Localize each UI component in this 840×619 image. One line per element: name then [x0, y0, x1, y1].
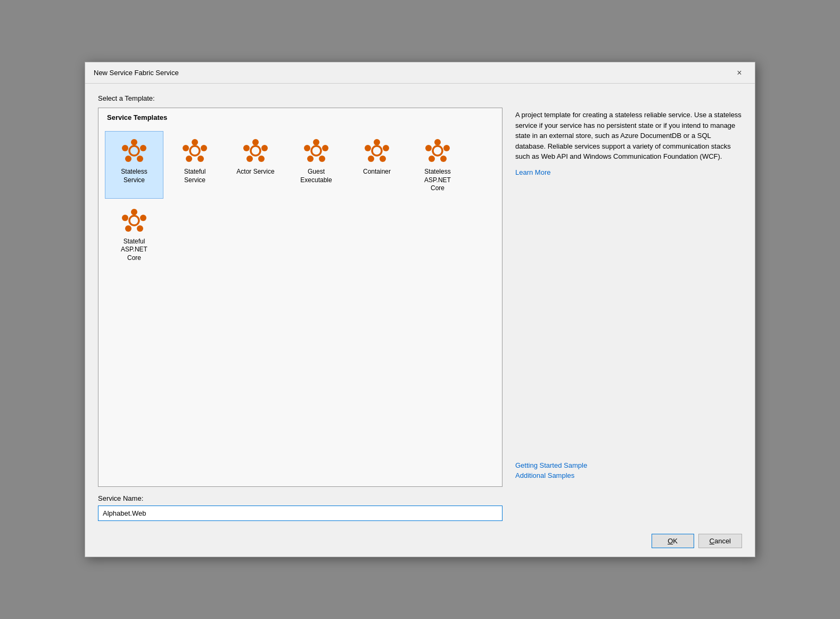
template-item-actor-service[interactable]: Actor Service: [226, 131, 285, 199]
button-row: OK Cancel: [98, 530, 742, 548]
title-bar: New Service Fabric Service ×: [85, 62, 755, 84]
template-item-stateless-aspnet-core[interactable]: StatelessASP.NETCore: [408, 131, 467, 199]
dialog-body: Select a Template: Service Templates: [85, 84, 755, 557]
stateful-service-icon: [181, 137, 209, 165]
svg-point-36: [131, 209, 137, 215]
svg-point-21: [307, 156, 314, 162]
svg-point-3: [125, 156, 131, 162]
close-button[interactable]: ×: [732, 66, 746, 80]
svg-point-22: [304, 145, 310, 151]
actor-service-icon: [242, 137, 269, 165]
template-panel: Service Templates: [98, 108, 503, 487]
service-name-label: Service Name:: [98, 494, 742, 502]
getting-started-link[interactable]: Getting Started Sample: [515, 461, 742, 469]
svg-point-27: [368, 156, 374, 162]
template-item-stateful-service[interactable]: StatefulService: [166, 131, 224, 199]
svg-point-8: [197, 156, 204, 162]
svg-point-41: [129, 216, 139, 225]
additional-samples-link[interactable]: Additional Samples: [515, 471, 742, 479]
info-panel: A project template for creating a statel…: [513, 108, 742, 487]
svg-point-18: [313, 139, 319, 145]
svg-point-25: [383, 145, 389, 151]
svg-point-15: [246, 156, 253, 162]
svg-point-19: [322, 145, 328, 151]
cancel-button[interactable]: Cancel: [698, 534, 742, 548]
svg-point-9: [186, 156, 192, 162]
dialog-title: New Service Fabric Service: [94, 69, 179, 77]
svg-point-30: [434, 139, 441, 145]
info-bottom-links: Getting Started Sample Additional Sample…: [515, 461, 742, 487]
stateless-aspnet-core-icon: [424, 137, 451, 165]
learn-more-link[interactable]: Learn More: [515, 168, 742, 176]
guest-executable-label: GuestExecutable: [300, 168, 332, 184]
container-label: Container: [363, 168, 391, 176]
actor-service-label: Actor Service: [236, 168, 274, 176]
select-template-label: Select a Template:: [98, 94, 742, 102]
stateful-aspnet-core-icon: [120, 207, 148, 234]
ok-underline-char: O: [668, 537, 673, 545]
svg-point-24: [374, 139, 380, 145]
cancel-underline-char: C: [710, 537, 714, 545]
main-area: Service Templates: [98, 108, 742, 487]
stateful-service-label: StatefulService: [184, 168, 206, 184]
svg-point-7: [201, 145, 207, 151]
stateless-aspnet-core-label: StatelessASP.NETCore: [424, 168, 451, 193]
svg-point-32: [440, 156, 447, 162]
svg-point-39: [125, 225, 131, 232]
svg-point-2: [137, 156, 143, 162]
stateful-aspnet-core-label: StatefulASP.NETCore: [121, 238, 147, 263]
svg-point-4: [122, 145, 128, 151]
stateless-service-icon: [120, 137, 148, 165]
template-item-stateful-aspnet-core[interactable]: StatefulASP.NETCore: [105, 201, 163, 268]
svg-point-29: [372, 146, 382, 156]
svg-point-12: [252, 139, 259, 145]
service-name-section: Service Name:: [98, 494, 742, 521]
template-item-guest-executable[interactable]: GuestExecutable: [287, 131, 345, 199]
template-item-container[interactable]: Container: [348, 131, 406, 199]
svg-point-28: [365, 145, 371, 151]
svg-point-26: [380, 156, 386, 162]
svg-point-38: [137, 225, 143, 232]
svg-point-23: [311, 146, 321, 156]
svg-point-40: [122, 215, 128, 221]
svg-point-35: [433, 146, 442, 156]
service-name-input[interactable]: [98, 506, 503, 521]
guest-executable-icon: [302, 137, 330, 165]
svg-point-13: [261, 145, 268, 151]
svg-point-31: [443, 145, 450, 151]
info-description: A project template for creating a statel…: [515, 110, 742, 162]
stateless-service-label: StatelessService: [121, 168, 147, 184]
svg-point-16: [243, 145, 250, 151]
template-item-stateless-service[interactable]: StatelessService: [105, 131, 163, 199]
svg-point-6: [192, 139, 198, 145]
svg-point-34: [425, 145, 432, 151]
svg-point-37: [140, 215, 146, 221]
svg-point-11: [190, 146, 200, 156]
svg-point-10: [183, 145, 189, 151]
ok-button[interactable]: OK: [652, 534, 694, 548]
svg-point-33: [429, 156, 435, 162]
svg-point-0: [131, 139, 137, 145]
svg-point-5: [129, 146, 139, 156]
template-panel-header: Service Templates: [98, 108, 502, 127]
new-service-fabric-dialog: New Service Fabric Service × Select a Te…: [85, 62, 755, 557]
svg-point-20: [319, 156, 325, 162]
svg-point-1: [140, 145, 146, 151]
template-grid: StatelessService: [98, 127, 502, 273]
container-icon: [363, 137, 391, 165]
svg-point-17: [251, 146, 260, 156]
svg-point-14: [258, 156, 265, 162]
